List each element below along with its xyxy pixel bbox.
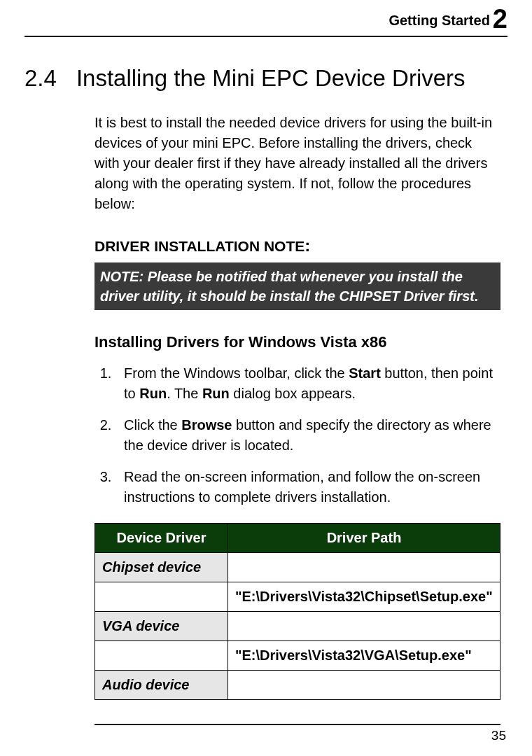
device-path-empty xyxy=(228,552,500,582)
section-heading: 2.4 Installing the Mini EPC Device Drive… xyxy=(24,65,507,92)
table-row: "E:\Drivers\Vista32\VGA\Setup.exe" xyxy=(95,640,500,670)
table-row: Chipset device xyxy=(95,552,500,582)
note-box: NOTE: Please be notified that whenever y… xyxy=(94,262,500,310)
device-label: Audio device xyxy=(95,670,228,699)
section-title-text: Installing the Mini EPC Device Drivers xyxy=(76,65,465,92)
driver-table: Device Driver Driver Path Chipset device… xyxy=(94,523,500,700)
header-rule xyxy=(24,36,507,37)
col-device-driver: Device Driver xyxy=(95,523,228,552)
step-2: Click the Browse button and specify the … xyxy=(115,415,500,456)
vista-heading: Installing Drivers for Windows Vista x86 xyxy=(94,331,500,354)
device-label: Chipset device xyxy=(95,552,228,582)
device-path-empty xyxy=(228,611,500,640)
page-number: 35 xyxy=(24,728,507,743)
path-lead-cell xyxy=(95,582,228,611)
install-note-heading-text: DRIVER INSTALLATION NOTE xyxy=(94,238,304,254)
steps-list: From the Windows toolbar, click the Star… xyxy=(94,363,500,507)
table-row: "E:\Drivers\Vista32\Chipset\Setup.exe" xyxy=(95,582,500,611)
intro-paragraph: It is best to install the needed device … xyxy=(94,113,500,214)
device-path: "E:\Drivers\Vista32\Chipset\Setup.exe" xyxy=(228,582,500,611)
table-row: VGA device xyxy=(95,611,500,640)
step-1: From the Windows toolbar, click the Star… xyxy=(115,363,500,404)
footer-rule xyxy=(94,724,500,725)
table-row: Audio device xyxy=(95,670,500,699)
install-note-heading: DRIVER INSTALLATION NOTE: xyxy=(94,234,500,258)
device-path-empty xyxy=(228,670,500,699)
running-title: Getting Started xyxy=(388,13,489,28)
table-header-row: Device Driver Driver Path xyxy=(95,523,500,552)
section-number: 2.4 xyxy=(24,65,57,92)
col-driver-path: Driver Path xyxy=(228,523,500,552)
device-path: "E:\Drivers\Vista32\VGA\Setup.exe" xyxy=(228,640,500,670)
path-lead-cell xyxy=(95,640,228,670)
running-header: Getting Started2 xyxy=(24,0,507,36)
chapter-number: 2 xyxy=(493,4,507,34)
device-label: VGA device xyxy=(95,611,228,640)
step-3: Read the on-screen information, and foll… xyxy=(115,467,500,507)
